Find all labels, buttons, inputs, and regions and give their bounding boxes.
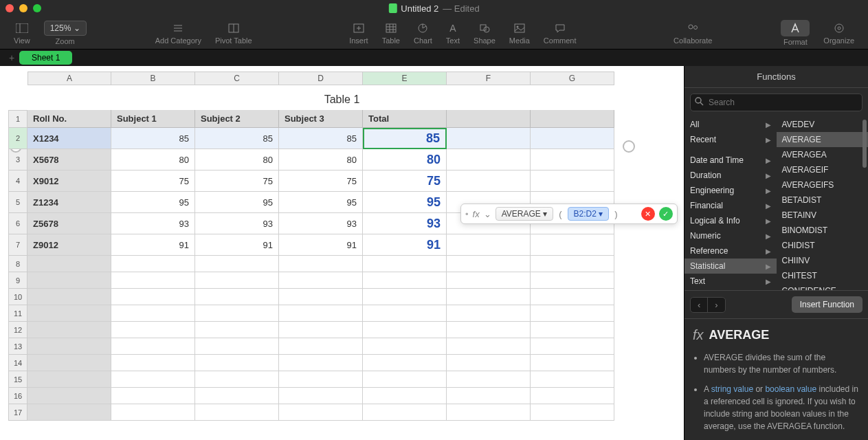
- function-item[interactable]: BETAINV: [777, 208, 869, 223]
- cell-f4[interactable]: [447, 170, 531, 192]
- category-list[interactable]: All▶ Recent▶ Date and Time▶ Duration▶ En…: [685, 117, 777, 290]
- category-item[interactable]: Logical & Info▶: [685, 213, 777, 228]
- cell-a3[interactable]: X5678: [27, 149, 111, 170]
- minimize-window-button[interactable]: [19, 4, 27, 12]
- cell-a5[interactable]: Z1234: [27, 192, 111, 213]
- cell-a6[interactable]: Z5678: [27, 213, 111, 234]
- cell-b4[interactable]: 75: [111, 170, 195, 192]
- shape-button[interactable]: Shape: [467, 21, 502, 45]
- function-item[interactable]: CHITEST: [777, 268, 869, 283]
- cell-d2[interactable]: 85: [279, 128, 363, 149]
- cell-c7[interactable]: 91: [195, 234, 279, 256]
- row-header-3[interactable]: 3: [8, 149, 27, 170]
- sheet-tab-1[interactable]: Sheet 1: [19, 51, 72, 65]
- function-item[interactable]: CONFIDENCE: [777, 283, 869, 290]
- cell-f7[interactable]: [447, 234, 531, 256]
- formula-editor[interactable]: • fx ⌄ AVERAGE ▾ ( B2:D2 ▾ ) ✕ ✓: [460, 204, 678, 224]
- close-window-button[interactable]: [5, 4, 14, 12]
- category-item[interactable]: Text▶: [685, 274, 777, 289]
- cell-d7[interactable]: 91: [279, 234, 363, 256]
- insert-function-button[interactable]: Insert Function: [792, 296, 863, 313]
- cell-b1[interactable]: Subject 1: [111, 110, 195, 128]
- table-title[interactable]: Table 1: [0, 94, 684, 106]
- row-header-9[interactable]: 9: [8, 272, 27, 289]
- category-item[interactable]: All▶: [685, 117, 777, 132]
- search-input[interactable]: [690, 94, 863, 111]
- row-header-7[interactable]: 7: [8, 234, 27, 256]
- spreadsheet-area[interactable]: A B C D E F G Table 1 1 Roll No. Subject…: [0, 66, 684, 440]
- cell-f3[interactable]: [447, 149, 531, 170]
- view-button[interactable]: View: [7, 21, 37, 45]
- table-button[interactable]: Table: [375, 21, 407, 45]
- cell-c1[interactable]: Subject 2: [195, 110, 279, 128]
- row-header-1[interactable]: 1: [8, 110, 27, 128]
- category-item[interactable]: Numeric▶: [685, 228, 777, 243]
- function-item[interactable]: BETADIST: [777, 192, 869, 208]
- row-header-17[interactable]: 17: [8, 404, 27, 421]
- function-item[interactable]: CHIINV: [777, 253, 869, 268]
- formula-accept-button[interactable]: ✓: [659, 207, 673, 221]
- pivot-table-button[interactable]: Pivot Table: [208, 21, 259, 45]
- cell-f1[interactable]: [447, 110, 531, 128]
- category-item[interactable]: [685, 147, 777, 153]
- cell-a7[interactable]: Z9012: [27, 234, 111, 256]
- range-token[interactable]: B2:D2 ▾: [568, 207, 610, 221]
- nav-back-button[interactable]: ‹: [691, 298, 708, 312]
- cell-b7[interactable]: 91: [111, 234, 195, 256]
- row-header-14[interactable]: 14: [8, 355, 27, 371]
- row-header-5[interactable]: 5: [8, 192, 27, 213]
- function-item[interactable]: AVEDEV: [777, 117, 869, 132]
- collaborate-button[interactable]: Collaborate: [667, 21, 719, 45]
- cell-c4[interactable]: 75: [195, 170, 279, 192]
- cell-e6[interactable]: 93: [363, 213, 447, 234]
- function-item[interactable]: AVERAGEA: [777, 147, 869, 162]
- cell-a1[interactable]: Roll No.: [27, 110, 111, 128]
- cell-e2-active[interactable]: 85: [363, 128, 447, 149]
- zoom-control[interactable]: 125% ⌄ Zoom: [37, 21, 93, 45]
- function-item[interactable]: AVERAGEIFS: [777, 177, 869, 192]
- col-header-d[interactable]: D: [279, 72, 363, 85]
- col-header-g[interactable]: G: [531, 72, 614, 85]
- maximize-window-button[interactable]: [33, 4, 41, 12]
- row-header-6[interactable]: 6: [8, 213, 27, 234]
- category-item[interactable]: Financial▶: [685, 198, 777, 213]
- function-token[interactable]: AVERAGE ▾: [496, 207, 553, 221]
- zoom-select[interactable]: 125% ⌄: [44, 21, 87, 36]
- formula-cancel-button[interactable]: ✕: [641, 207, 655, 221]
- row-header-8[interactable]: 8: [8, 256, 27, 272]
- col-header-f[interactable]: F: [447, 72, 531, 85]
- cell-d3[interactable]: 80: [279, 149, 363, 170]
- category-item[interactable]: Reference▶: [685, 243, 777, 258]
- link-boolean-value[interactable]: boolean value: [765, 384, 816, 394]
- cell-g1[interactable]: [531, 110, 614, 128]
- cell-a2[interactable]: X1234: [27, 128, 111, 149]
- category-item[interactable]: Recent▶: [685, 132, 777, 147]
- cell-g3[interactable]: [531, 149, 614, 170]
- cell-c2[interactable]: 85: [195, 128, 279, 149]
- cell-d5[interactable]: 95: [279, 192, 363, 213]
- row-header-11[interactable]: 11: [8, 305, 27, 322]
- insert-button[interactable]: Insert: [342, 21, 375, 45]
- row-header-4[interactable]: 4: [8, 170, 27, 192]
- cell-b2[interactable]: 85: [111, 128, 195, 149]
- row-header-16[interactable]: 16: [8, 388, 27, 404]
- row-header-15[interactable]: 15: [8, 371, 27, 388]
- cell-b5[interactable]: 95: [111, 192, 195, 213]
- category-item[interactable]: Duration▶: [685, 168, 777, 183]
- row-header-12[interactable]: 12: [8, 322, 27, 338]
- format-button[interactable]: Format: [774, 20, 816, 46]
- cell-d6[interactable]: 93: [279, 213, 363, 234]
- cell-c5[interactable]: 95: [195, 192, 279, 213]
- cell-d4[interactable]: 75: [279, 170, 363, 192]
- cell-c3[interactable]: 80: [195, 149, 279, 170]
- chart-button[interactable]: Chart: [407, 21, 439, 45]
- cell-d1[interactable]: Subject 3: [279, 110, 363, 128]
- cell-f2[interactable]: [447, 128, 531, 149]
- category-item[interactable]: Trigonometric▶: [685, 289, 777, 290]
- col-header-e[interactable]: E: [363, 72, 447, 85]
- cell-e1[interactable]: Total: [363, 110, 447, 128]
- media-button[interactable]: Media: [502, 21, 537, 45]
- cell-g7[interactable]: [531, 234, 614, 256]
- cell-b6[interactable]: 93: [111, 213, 195, 234]
- add-sheet-button[interactable]: +: [4, 52, 19, 63]
